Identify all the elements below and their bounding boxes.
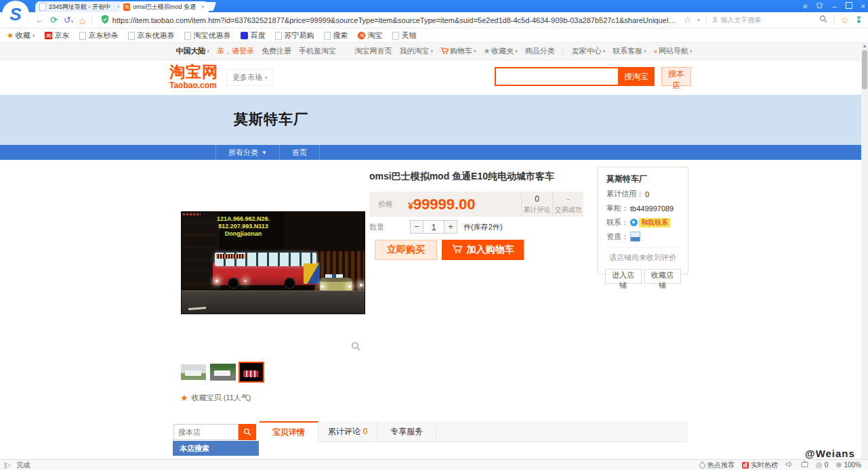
sitemap-link[interactable]: ≡网站导航▾ (654, 46, 693, 56)
maximize-button[interactable] (846, 2, 852, 10)
bookmark-baidu[interactable]: 百度 (241, 30, 265, 41)
stat-reviews[interactable]: 0 累计评论 (521, 192, 552, 217)
toolbar-search-placeholder: 输入文字搜索 (720, 16, 761, 25)
customer-service-link[interactable]: 联系客服▾ (613, 46, 646, 56)
points-indicator[interactable]: ◎0 (816, 461, 828, 469)
login-link[interactable]: 亲，请登录 (217, 46, 254, 56)
quantity-stepper: − 1 + (410, 220, 457, 234)
search-shop-button[interactable]: 搜本店 (661, 67, 691, 86)
quantity-input[interactable]: 1 (423, 220, 444, 234)
price-value: ¥99999.00 (408, 196, 476, 213)
tab-title: 2345网址导航 - 开创中 (49, 3, 115, 12)
emoji-icon[interactable]: ☺ (840, 15, 849, 25)
status-bar: |▷ 完成 热点推荐 实时热榜 ◎0 ⊕100% (0, 459, 868, 470)
browser-tab-1[interactable]: 2345网址导航 - 开创中 × (35, 1, 125, 12)
back-icon[interactable]: ← (35, 16, 44, 24)
more-markets-button[interactable]: 更多市场▾ (226, 69, 274, 86)
bookmarks-bar: ★收藏▾ JD京东 京东秒杀 京东优惠券 淘宝优惠券 百度 苏宁易购 搜索 淘淘… (0, 29, 868, 43)
region-selector[interactable]: 中国大陆▾ (176, 46, 210, 56)
store-nav: 所有分类▼ 首页 (0, 145, 868, 160)
buy-now-button[interactable]: 立即购买 (375, 240, 437, 260)
shop-search-button[interactable] (239, 424, 256, 440)
browser-toolbar: ← ⟳ ↺▾ ⌂ https://item.taobao.com/item.ht… (0, 12, 868, 28)
browser-tab-2-active[interactable]: 淘 omsi巴士模拟mod 鱼通 × (119, 1, 209, 12)
store-title: 莫斯特车厂 (234, 110, 308, 129)
search-icon[interactable] (819, 15, 827, 25)
download-icon[interactable]: ↧ (855, 15, 863, 25)
bookmark-taobao-coupon[interactable]: 淘宝优惠券 (184, 30, 230, 41)
toolbar-search-box[interactable]: S 输入文字搜索 (713, 16, 813, 25)
url-text: https://item.taobao.com/item.htm?id=6376… (112, 16, 678, 24)
speaker-icon[interactable] (785, 461, 793, 469)
cart-link[interactable]: 购物车▾ (440, 46, 476, 56)
page-scrollbar[interactable]: ▲ (861, 42, 868, 459)
sogou-logo-icon[interactable]: S (2, 1, 29, 28)
cart-icon (452, 244, 462, 256)
url-dropdown-icon[interactable]: ▾ (697, 18, 700, 23)
trending-toggle[interactable]: 实时热榜 (742, 461, 778, 470)
bookmark-taobao[interactable]: 淘淘宝 (358, 30, 382, 41)
price-label: 价格 (378, 199, 393, 209)
image-zoom-icon[interactable] (351, 341, 360, 353)
scroll-up-icon[interactable]: ▲ (861, 43, 868, 48)
product-main-image[interactable]: 121A.966.962.N26. 812.207.993.N113 Dongj… (181, 211, 365, 314)
hot-recommend-toggle[interactable]: 热点推荐 (699, 461, 735, 470)
stat-deals[interactable]: - 交易成功 (552, 192, 583, 217)
seller-center-link[interactable]: 卖家中心▾ (572, 46, 606, 56)
shop-search-input[interactable] (173, 424, 239, 440)
store-nav-all-categories[interactable]: 所有分类▼ (215, 145, 280, 160)
collect-item-link[interactable]: ★ 收藏宝贝 (11人气) (180, 393, 251, 403)
store-nav-home[interactable]: 首页 (280, 145, 320, 160)
categories-link[interactable]: 商品分类 (525, 46, 555, 56)
taobao-home-link[interactable]: 淘宝网首页 (354, 46, 392, 56)
window-controls: ≡ – × (803, 0, 865, 12)
taobao-logo[interactable]: 淘宝网 Taobao.com (169, 64, 218, 89)
zoom-level[interactable]: ⊕100% (835, 461, 861, 469)
tab-reviews[interactable]: 累计评论0 (318, 421, 377, 442)
quantity-minus-button[interactable]: − (410, 220, 423, 234)
wangwang-icon[interactable] (630, 219, 638, 226)
menu-icon[interactable]: ≡ (803, 2, 807, 10)
favorite-shop-button[interactable]: 收藏店铺 (644, 269, 681, 284)
page-icon (39, 3, 46, 10)
add-to-cart-button[interactable]: 加入购物车 (442, 240, 524, 260)
register-link[interactable]: 免费注册 (262, 46, 291, 56)
refresh-icon[interactable]: ⟳ (50, 16, 58, 24)
thumbnail-1[interactable] (181, 364, 206, 380)
skin-icon[interactable] (816, 2, 823, 10)
contact-me-chip[interactable]: 和我联系 (639, 218, 670, 228)
bookmark-jd[interactable]: JD京东 (45, 30, 69, 41)
bookmark-search[interactable]: 搜索 (324, 30, 348, 41)
thumbnail-3-selected[interactable] (239, 362, 264, 383)
quantity-plus-button[interactable]: + (444, 220, 457, 234)
baidu-icon (241, 32, 248, 39)
header-search: 搜淘宝 搜本店 (495, 67, 691, 86)
certificate-icon[interactable] (630, 232, 640, 242)
seller-card: 莫斯特车厂 累计信用：0 掌柜：tb449997089 联系：和我联系 资质： … (597, 167, 688, 274)
bookmark-tmall[interactable]: 天猫 (392, 30, 416, 41)
minimize-button[interactable]: – (832, 2, 836, 10)
undo-icon[interactable]: ↺▾ (64, 16, 73, 24)
bookmark-favorites[interactable]: ★收藏▾ (7, 30, 35, 41)
bookmark-jd-seckill[interactable]: 京东秒杀 (79, 30, 118, 41)
mobile-taobao-link[interactable]: 手机逛淘宝 (299, 46, 336, 56)
bookmark-jd-coupon[interactable]: 京东优惠券 (128, 30, 174, 41)
image-overlay-text: 121A.966.962.N26. 812.207.993.N113 Dongj… (199, 215, 287, 238)
play-icon[interactable]: |▷ (4, 461, 11, 469)
my-taobao-link[interactable]: 我的淘宝▾ (399, 46, 433, 56)
bookmark-star-icon[interactable]: ☆ (684, 15, 692, 25)
thumbnail-2[interactable] (210, 364, 236, 381)
tab-services[interactable]: 专享服务 (377, 421, 436, 442)
home-icon[interactable]: ⌂ (79, 16, 85, 25)
search-input[interactable] (495, 67, 618, 86)
tab-item-detail[interactable]: 宝贝详情 (260, 421, 318, 442)
enter-shop-button[interactable]: 进入店铺 (605, 269, 642, 284)
bookmark-suning[interactable]: 苏宁易购 (275, 30, 314, 41)
close-button[interactable]: × (861, 2, 865, 10)
stock-text: 件(库存2件) (463, 222, 502, 232)
scrollbar-thumb[interactable] (862, 50, 867, 89)
address-bar[interactable]: https://item.taobao.com/item.htm?id=6376… (98, 15, 678, 26)
capture-icon[interactable] (801, 461, 808, 469)
favorites-link[interactable]: ★收藏夹▾ (483, 46, 517, 56)
search-taobao-button[interactable]: 搜淘宝 (618, 67, 655, 86)
